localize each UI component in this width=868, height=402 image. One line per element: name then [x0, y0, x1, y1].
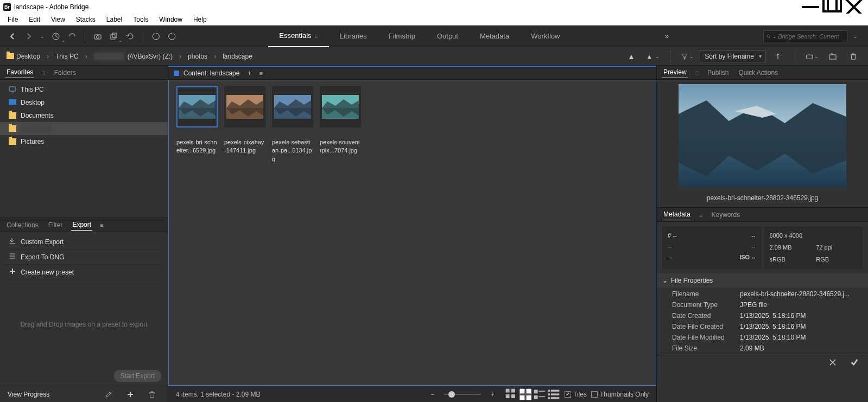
- zoom-handle[interactable]: [448, 391, 455, 398]
- breadcrumb-item[interactable]: Desktop: [7, 53, 40, 60]
- svg-rect-21: [506, 388, 510, 392]
- folder-icon: [9, 125, 16, 132]
- breadcrumb-item[interactable]: landscape: [223, 53, 252, 60]
- export-preset-item[interactable]: Custom Export: [4, 234, 163, 250]
- workspace-tab-essentials[interactable]: Essentials≡: [268, 25, 329, 47]
- menu-view[interactable]: View: [46, 15, 71, 24]
- thumbnail-area[interactable]: pexels-bri-schneiter...6529.jpgpexels-pi…: [168, 80, 656, 386]
- refresh-button[interactable]: [124, 30, 137, 43]
- cancel-metadata-button[interactable]: [826, 356, 839, 369]
- left-column: Favorites≡Folders This PCDesktopDocument…: [0, 66, 168, 402]
- workspace-tab-libraries[interactable]: Libraries: [329, 25, 378, 47]
- edit-icon[interactable]: [102, 388, 115, 401]
- menu-edit[interactable]: Edit: [23, 15, 46, 24]
- import-camera-button[interactable]: [91, 30, 104, 43]
- view-details-button[interactable]: [533, 389, 546, 400]
- svg-rect-33: [548, 390, 550, 391]
- recent-button[interactable]: ⌄: [49, 30, 62, 43]
- content-menu-icon[interactable]: ≡: [259, 70, 262, 76]
- new-folder-button[interactable]: [826, 50, 839, 63]
- workspace-tab-metadata[interactable]: Metadata: [469, 25, 520, 47]
- minimize-button[interactable]: [800, 0, 821, 14]
- add-preset-icon[interactable]: [124, 388, 137, 401]
- tab-folders[interactable]: Folders: [53, 67, 77, 78]
- menu-tools[interactable]: Tools: [128, 15, 154, 24]
- favorite-item[interactable]: Documents: [0, 109, 168, 122]
- thumbnail-item[interactable]: pexels-bri-schneiter...6529.jpg: [175, 86, 219, 379]
- workspace-menu-icon[interactable]: ≡: [315, 33, 318, 39]
- breadcrumb-item[interactable]: photos: [188, 53, 207, 60]
- zoom-in-button[interactable]: +: [486, 388, 499, 401]
- tab-metadata[interactable]: Metadata: [662, 209, 692, 220]
- favorite-item[interactable]: Pictures: [0, 135, 168, 148]
- menu-window[interactable]: Window: [154, 15, 188, 24]
- sort-dropdown[interactable]: Sort by Filename: [700, 50, 765, 62]
- zoom-out-button[interactable]: −: [426, 388, 439, 401]
- ratings-filter-dropdown[interactable]: ⌄: [647, 50, 660, 63]
- menu-help[interactable]: Help: [188, 15, 212, 24]
- close-button[interactable]: [843, 0, 865, 14]
- start-export-button[interactable]: Start Export: [114, 370, 161, 382]
- tab-favorites[interactable]: Favorites: [5, 67, 34, 78]
- favorite-item[interactable]: This PC: [0, 83, 168, 96]
- workspace-tab-filmstrip[interactable]: Filmstrip: [378, 25, 426, 47]
- content-add-button[interactable]: +: [245, 67, 253, 80]
- delete-button[interactable]: [847, 50, 860, 63]
- tiles-checkbox[interactable]: Tiles: [565, 391, 587, 398]
- open-recent-button[interactable]: ⌄: [806, 50, 819, 63]
- tab-preview[interactable]: Preview: [662, 67, 688, 78]
- sort-direction-button[interactable]: [771, 50, 784, 63]
- menu-stacks[interactable]: Stacks: [71, 15, 101, 24]
- content-header: Content: landscape + ≡: [168, 66, 656, 80]
- thumbnail-image: [226, 95, 263, 119]
- export-preset-item[interactable]: Export To DNG: [4, 250, 163, 265]
- tab-export[interactable]: Export: [71, 219, 92, 231]
- more-workspaces-button[interactable]: »: [661, 30, 674, 43]
- tab-collections[interactable]: Collections: [5, 220, 40, 231]
- thumbnail-item[interactable]: pexels-souvenirpix...7074.jpg: [319, 86, 362, 379]
- view-progress-label[interactable]: View Progress: [8, 391, 49, 398]
- view-grid-button[interactable]: [519, 389, 532, 400]
- favorite-item[interactable]: XXXXXXX: [0, 122, 168, 135]
- view-list-button[interactable]: [547, 389, 560, 400]
- tab-quick-actions[interactable]: Quick Actions: [737, 67, 779, 78]
- panel-menu-icon[interactable]: ≡: [100, 222, 103, 228]
- ratings-filter-button[interactable]: [626, 50, 639, 63]
- panel-menu-icon[interactable]: ≡: [42, 69, 45, 76]
- apply-metadata-button[interactable]: [848, 356, 861, 369]
- panel-menu-icon[interactable]: ≡: [695, 69, 699, 76]
- rotate-cw-button[interactable]: [166, 30, 179, 43]
- preview-image[interactable]: [679, 84, 846, 187]
- workspace-tab-workflow[interactable]: Workflow: [520, 25, 571, 47]
- tab-filter[interactable]: Filter: [47, 220, 64, 231]
- thumbnail-item[interactable]: pexels-sebastian-pa...5134.jpg: [271, 86, 314, 379]
- workspace-tab-output[interactable]: Output: [426, 25, 469, 47]
- tab-keywords[interactable]: Keywords: [710, 209, 741, 220]
- search-scope-dropdown[interactable]: ⌄: [772, 34, 777, 39]
- back-button[interactable]: [6, 30, 19, 43]
- history-dropdown[interactable]: ⌄: [39, 30, 46, 43]
- file-properties-section[interactable]: ⌄ File Properties: [657, 273, 868, 288]
- boomerang-button[interactable]: [66, 30, 79, 43]
- export-preset-item[interactable]: Create new preset: [4, 265, 163, 280]
- panel-menu-icon[interactable]: ≡: [699, 212, 702, 218]
- forward-button[interactable]: [22, 30, 35, 43]
- search-input[interactable]: [778, 33, 845, 40]
- breadcrumb-item[interactable]: This PC: [55, 53, 79, 60]
- favorite-item[interactable]: Desktop: [0, 96, 168, 109]
- menu-file[interactable]: File: [2, 15, 23, 24]
- view-grid-small-button[interactable]: [505, 389, 518, 400]
- filter-button[interactable]: ⌄: [681, 50, 694, 63]
- search-box[interactable]: ⌄: [763, 30, 847, 42]
- delete-preset-icon[interactable]: [145, 388, 159, 401]
- rotate-ccw-button[interactable]: [149, 30, 162, 43]
- batch-button[interactable]: ⌄: [107, 30, 121, 43]
- thumbnail-item[interactable]: pexels-pixabay-147411.jpg: [223, 86, 267, 379]
- tab-publish[interactable]: Publish: [706, 67, 730, 78]
- breadcrumb-item[interactable]: XXXXXXX(\\VBoxSvr) (Z:): [94, 53, 173, 60]
- zoom-slider[interactable]: − +: [425, 388, 500, 401]
- expand-search-button[interactable]: ⌄: [849, 30, 862, 43]
- thumbnails-only-checkbox[interactable]: Thumbnails Only: [591, 391, 649, 398]
- maximize-button[interactable]: [821, 0, 843, 14]
- menu-label[interactable]: Label: [101, 15, 128, 24]
